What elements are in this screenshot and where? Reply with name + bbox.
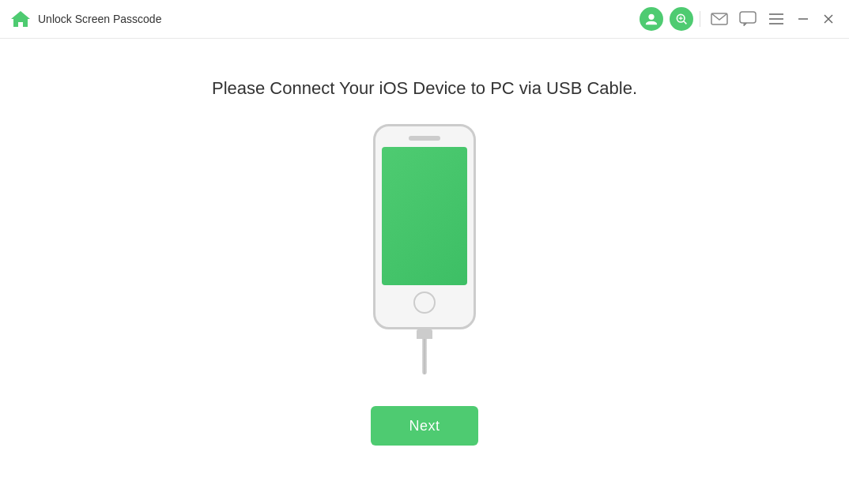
phone-illustration xyxy=(373,124,476,374)
cable-connector xyxy=(417,329,432,339)
close-button[interactable] xyxy=(817,8,840,30)
update-icon[interactable] xyxy=(670,7,693,31)
title-bar-left: Unlock Screen Passcode xyxy=(9,8,161,30)
cable-wire xyxy=(422,339,427,374)
minimize-button[interactable] xyxy=(792,8,814,30)
title-bar-right xyxy=(640,6,840,32)
next-button[interactable]: Next xyxy=(371,406,478,446)
phone-home-button xyxy=(413,291,436,314)
main-content: Please Connect Your iOS Device to PC via… xyxy=(0,39,849,504)
title-bar: Unlock Screen Passcode xyxy=(0,0,849,39)
account-icon[interactable] xyxy=(640,7,663,31)
svg-marker-0 xyxy=(11,11,30,27)
phone-body xyxy=(373,124,476,329)
menu-icon[interactable] xyxy=(764,6,789,32)
mail-icon[interactable] xyxy=(707,6,732,32)
svg-point-1 xyxy=(648,14,654,20)
chat-icon[interactable] xyxy=(735,6,760,32)
svg-line-3 xyxy=(684,21,687,24)
instruction-text: Please Connect Your iOS Device to PC via… xyxy=(212,78,637,99)
phone-screen xyxy=(382,147,467,285)
toolbar-divider xyxy=(700,11,700,27)
app-icon xyxy=(9,8,32,30)
usb-cable xyxy=(417,329,432,374)
svg-rect-7 xyxy=(740,12,756,23)
app-title: Unlock Screen Passcode xyxy=(38,13,161,25)
phone-speaker xyxy=(409,136,440,141)
